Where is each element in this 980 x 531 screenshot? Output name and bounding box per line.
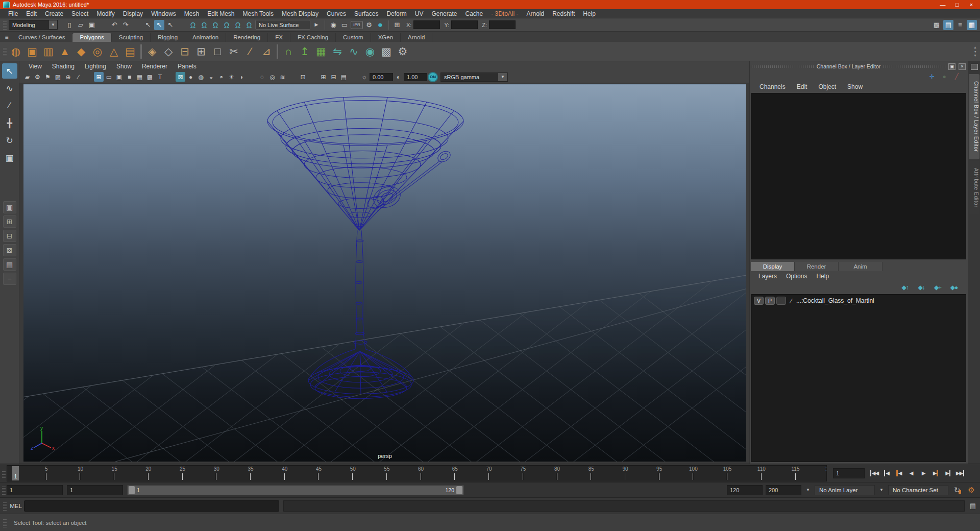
z-input[interactable] [489,20,516,29]
channel-list-area[interactable] [751,93,966,259]
film-gate-icon[interactable]: ▭ [104,72,114,82]
color-management-on-button[interactable]: ON [428,72,438,82]
grip-handle[interactable] [3,518,7,527]
divider[interactable] [388,20,389,30]
panel-toolbar-icon[interactable] [308,72,318,82]
new-layer-from-selected-icon[interactable]: ◆● [948,283,960,292]
layer-visibility-toggle[interactable]: V [754,297,764,305]
panel-toolbar-icon[interactable] [349,72,359,82]
separate-icon[interactable]: ◇ [160,43,177,60]
use-default-material-icon[interactable]: ◓ [216,72,226,82]
grip-handle[interactable] [2,469,6,478]
grip-handle[interactable] [3,20,7,30]
poly-torus-icon[interactable]: ◎ [89,43,106,60]
shelf-tab[interactable]: Curves / Surfaces [11,33,72,42]
safe-title-icon[interactable]: T [155,72,165,82]
layer-editor-tab[interactable]: Anim [839,262,883,271]
bevel-icon[interactable]: ⊿ [258,43,275,60]
smooth-icon[interactable]: □ [209,43,226,60]
extrude-icon[interactable]: ↥ [297,43,313,60]
status-icon[interactable] [98,20,108,30]
menu-item[interactable]: Mesh Tools [239,10,278,17]
symmetry-grid-icon[interactable]: ⊞ [392,20,402,30]
shelf-tab[interactable]: Arnold [401,33,432,42]
hypershade-icon[interactable]: ● [375,20,385,30]
undo-icon[interactable]: ↶ [109,20,119,30]
bookmark-icon[interactable]: ⚑ [43,72,53,82]
divider[interactable] [324,20,326,30]
lasso-select-tool[interactable]: ∿ [2,81,17,96]
render-frame-icon[interactable]: ▭ [339,20,350,30]
shelf-tab[interactable]: FX Caching [290,33,336,42]
layout-persp-outliner-button[interactable]: ⊟ [3,230,16,242]
layer-editor-tab[interactable]: Display [751,262,795,271]
colorspace-dropdown[interactable]: sRGB gamma ▼ [440,73,508,82]
gamma-field[interactable]: 1.00 [404,73,427,81]
shelf-tab[interactable]: Custom [336,33,371,42]
pan-zoom-icon[interactable]: ⊕ [63,72,73,82]
layout-persp-graph-button[interactable]: ▤ [3,258,16,271]
rotate-tool[interactable]: ↻ [2,133,17,148]
poly-cylinder-icon[interactable]: ▥ [40,43,57,60]
goto-end-button[interactable]: ▶▶ [954,468,966,478]
sidebar-vertical-tab[interactable]: Attribute Editor [969,161,979,214]
exposure-icon[interactable]: ☼ [359,72,369,82]
poly-cube-icon[interactable]: ▣ [24,43,40,60]
panel-menu-item[interactable]: Panels [173,63,202,70]
field-chart-icon[interactable]: ▦ [135,72,144,82]
render-view-icon[interactable]: ◉ [328,20,338,30]
goto-start-button[interactable]: ◀◀ [869,468,880,478]
tool-options-icon[interactable]: ⚙ [395,43,411,60]
multi-cut-icon[interactable]: ✂ [226,43,242,60]
range-slider[interactable]: 1 120 [127,485,464,495]
mirror-icon[interactable]: ⇋ [329,43,346,60]
y-input[interactable] [451,20,478,29]
range-start-handle[interactable] [129,486,135,494]
safe-action-icon[interactable]: ▩ [145,72,155,82]
script-editor-icon[interactable]: ▤ [968,501,978,511]
extract-icon[interactable]: ⊟ [177,43,193,60]
gate-mask-icon[interactable]: ■ [125,72,134,82]
grip-handle[interactable] [3,501,7,511]
shadows-icon[interactable]: ◗ [237,72,247,82]
select-by-object-icon[interactable]: ↖ [154,20,164,30]
shelf-scroll-down-icon[interactable]: ▼ [973,54,977,57]
viewport-canvas[interactable]: y x z persp [23,84,746,462]
resolution-gate-icon[interactable]: ▣ [114,72,124,82]
pane-copy-icon[interactable]: ⊞ [318,72,328,82]
menu-item[interactable]: Redshift [548,10,579,17]
panel-toolbar-icon[interactable] [84,72,93,82]
camera-icon[interactable]: ▰ [22,72,32,82]
isolate-select-icon[interactable]: ⊡ [298,72,308,82]
drag-handle[interactable] [752,65,814,68]
connect-icon[interactable]: ∕ [242,43,258,60]
save-scene-icon[interactable]: ▣ [87,20,97,30]
contrast-icon[interactable]: ◐ [394,72,403,82]
shelf-tab[interactable]: Polygons [72,33,111,42]
select-by-hierarchy-icon[interactable]: ↖ [143,20,153,30]
poly-plane-icon[interactable]: ◆ [73,43,89,60]
select-by-component-icon[interactable]: ↖ [165,20,176,30]
modeling-toolkit-icon[interactable]: ▩ [932,20,942,30]
tool-settings-icon[interactable]: ≡ [955,20,965,30]
snap-to-grid-icon[interactable]: Ω [188,20,198,30]
sidebar-vertical-tab[interactable]: Channel Box / Layer Editor [969,74,979,159]
dock-icon[interactable] [971,64,978,70]
panel-menu-item[interactable]: View [23,63,47,70]
layer-name[interactable]: ...:Cocktail_Glass_of_Martini [796,297,874,304]
divider[interactable] [60,20,62,30]
shelf-tab[interactable]: Sculpting [112,33,151,42]
menu-item[interactable]: Select [67,10,92,17]
panel-menu-item[interactable]: Lighting [80,63,111,70]
playback-end-field[interactable]: 120 [727,485,763,495]
snap-to-view-plane-icon[interactable]: Ω [233,20,243,30]
menuset-dropdown[interactable]: Modeling ▼ [9,20,58,30]
poly-cone-icon[interactable]: ▲ [57,43,73,60]
layout-single-pane-button[interactable]: ▣ [3,201,16,213]
grid-icon[interactable]: ⊞ [94,72,104,82]
panel-toolbar-icon[interactable] [165,72,175,82]
menu-item[interactable]: Mesh [180,10,203,17]
animation-preferences-icon[interactable]: ⚙ [966,485,977,496]
redo-icon[interactable]: ↷ [120,20,131,30]
character-set-dropdown[interactable]: No Character Set [888,485,948,495]
